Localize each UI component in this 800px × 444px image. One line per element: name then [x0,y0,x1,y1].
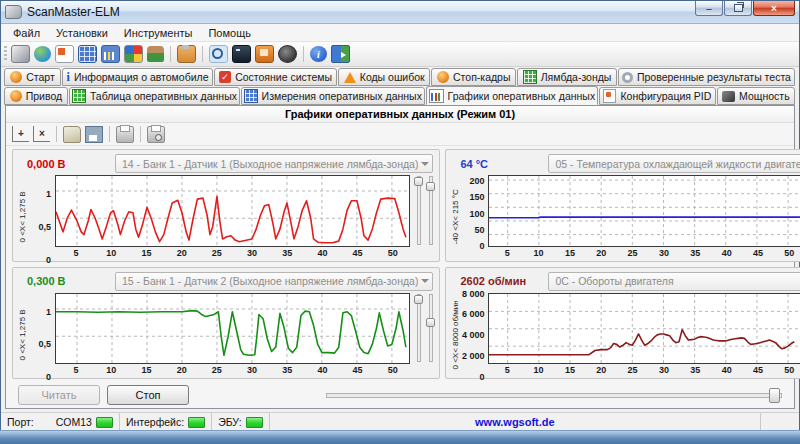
tab-drive[interactable]: Привод [4,87,68,105]
y-axis-label: 0 <X< 1,275 В [17,293,28,377]
x-tick-label: 35 [282,248,292,258]
save-icon[interactable] [85,126,103,143]
tab-system-status-label: Состояние системы [235,71,332,83]
pid-selector[interactable]: 15 - Банк 1 - Датчик 2 (Выходное напряже… [115,272,433,291]
system-status-icon: ✓ [219,71,231,83]
chart-plot [55,293,410,365]
website-link[interactable]: www.wgsoft.de [475,416,555,428]
table-icon [72,89,86,103]
current-value: 2602 об/мин [452,275,538,287]
gauge-icon[interactable] [278,45,297,63]
terminal-icon[interactable] [232,45,251,63]
tab-live-data-table[interactable]: Таблица оперативных данных [69,87,240,105]
restore-button[interactable] [724,1,752,16]
toolbar-separator [170,46,171,62]
toolbar-separator [303,46,304,62]
live-data-graphs-page: Графики оперативных данных (Режим 01) +×… [5,105,795,409]
x-tick-label: 15 [141,248,151,258]
menu-file[interactable]: Файл [6,26,47,40]
x-tick-label: 10 [106,248,116,258]
chart-plot [55,175,410,247]
tab-live-data-measurements[interactable]: Измерения оперативных данных [241,87,425,105]
tab-freeze-frames[interactable]: Стоп-кадры [431,68,516,86]
tab-lambda-sensors-label: Лямбда-зонды [541,71,612,83]
main-toolbar: i [1,42,799,67]
pid-selector[interactable]: 0C - Обороты двигателя [548,272,800,291]
tab-vehicle-info[interactable]: iИнформация о автомобиле [62,68,213,86]
pid-selector[interactable]: 05 - Температура охлаждающей жидкости дв… [548,154,800,173]
globe-icon[interactable] [34,46,51,62]
y-scale-slider-thumb[interactable] [414,177,423,186]
menu-settings[interactable]: Установки [49,26,115,40]
current-value: 0,000 В [19,158,105,170]
x-tick-label: 25 [628,248,638,258]
add-graph-icon[interactable]: + [12,126,29,142]
measurements-icon[interactable] [101,45,120,63]
menu-help[interactable]: Помощь [201,26,258,40]
chart-toolbar: +× [6,123,794,146]
menu-tools[interactable]: Инструменты [117,26,200,40]
tab-power[interactable]: Мощность [717,87,795,105]
x-tick-label: 15 [565,365,575,375]
info-icon[interactable]: i [310,46,327,62]
vehicle-info-icon[interactable] [55,45,74,63]
y-scale-slider[interactable] [414,175,423,246]
y-scale-slider[interactable] [414,293,423,364]
x-tick-label: 30 [247,248,257,258]
x-tick-label: 50 [784,365,794,375]
tab-start[interactable]: Старт [4,68,61,86]
close-button[interactable]: × [753,1,795,16]
tab-error-codes[interactable]: Коды ошибок [338,68,430,86]
print-icon[interactable] [116,126,134,143]
app-window: ScanMaster-ELM – × Файл Установки Инстру… [0,0,800,432]
y-scale-slider[interactable] [426,293,435,364]
graphs-icon[interactable] [124,45,143,63]
chevron-down-icon[interactable] [418,273,432,290]
chart-panel-1: 0,000 В14 - Банк 1 - Датчик 1 (Выходное … [12,149,440,262]
x-tick-label: 40 [317,365,327,375]
tab-live-data-measurements-label: Измерения оперативных данных [262,90,422,102]
print-preview-icon[interactable] [147,126,165,143]
pid-selector[interactable]: 14 - Банк 1 - Датчик 1 (Выходное напряже… [115,154,433,173]
x-tick-label: 10 [534,365,544,375]
tab-lambda-sensors[interactable]: Лямбда-зонды [517,68,617,86]
read-button[interactable]: Читать [18,385,100,405]
y-axis-label: 0 <X< 8000 об/мин [450,293,461,377]
tab-live-data-graphs[interactable]: Графики оперативных данных [426,86,599,105]
timeline-slider[interactable] [326,387,782,403]
search-icon[interactable] [209,45,228,63]
tab-row-1: СтартiИнформация о автомобиле✓Состояние … [1,67,799,86]
connect-icon[interactable] [11,45,30,63]
timeline-slider-thumb[interactable] [769,388,780,403]
tab-test-results[interactable]: Проверенные результаты теста [618,68,795,86]
title-bar[interactable]: ScanMaster-ELM – × [1,1,799,24]
current-value: 0,300 В [19,275,105,287]
x-tick-label: 20 [596,248,606,258]
clipboard-icon[interactable] [177,45,196,63]
data-table-icon[interactable] [78,45,97,63]
y-scale-slider[interactable] [426,175,435,246]
y-tick-label: 150 [469,192,484,202]
toolbar-separator [56,126,57,142]
window-title: ScanMaster-ELM [27,5,120,19]
x-tick-label: 35 [690,248,700,258]
user-icon[interactable] [147,46,164,62]
stop-button[interactable]: Стоп [107,385,189,405]
tab-system-status[interactable]: ✓Состояние системы [214,68,337,86]
exit-icon[interactable] [331,45,350,63]
y-scale-slider-thumb[interactable] [426,182,435,191]
minimize-button[interactable]: – [695,1,723,16]
lambda-icon [523,70,537,84]
y-axis-ticks: 02 0004 0006 0008 000 [461,293,488,377]
y-scale-slider-thumb[interactable] [414,295,423,304]
chevron-down-icon[interactable] [418,155,432,172]
y-scale-slider-thumb[interactable] [426,318,435,327]
tab-drive-label: Привод [26,90,62,102]
remove-graph-icon[interactable]: × [33,126,50,142]
device-icon[interactable] [255,45,274,63]
interface-label: Интерфейс: [126,416,184,428]
x-tick-label: 45 [353,365,363,375]
open-icon[interactable] [63,126,81,143]
tab-freeze-frames-label: Стоп-кадры [453,71,510,83]
tab-pid-config[interactable]: Конфигурация PID [599,87,716,105]
